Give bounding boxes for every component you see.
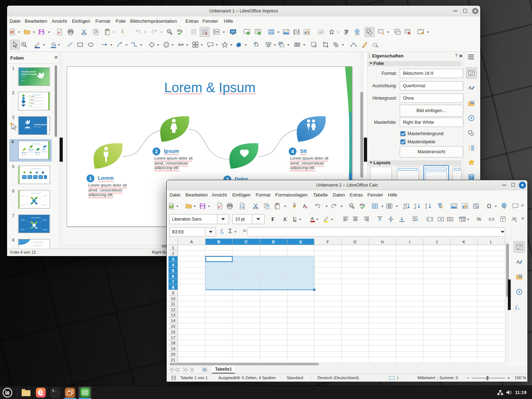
svg-text:6: 6 <box>172 274 174 278</box>
svg-text:3: 3 <box>172 257 174 261</box>
svg-text:f: f <box>515 304 517 310</box>
svg-text:D: D <box>272 240 275 244</box>
svg-text:14: 14 <box>171 318 176 323</box>
svg-text:18: 18 <box>171 341 176 345</box>
svg-text:L: L <box>490 240 493 244</box>
svg-text:Lorem & Ipsum: Lorem & Ipsum <box>33 241 43 243</box>
svg-text:4: 4 <box>172 263 174 267</box>
svg-text:Lorem & Ipsum: Lorem & Ipsum <box>31 143 41 145</box>
svg-text:Lorem & Ipsum: Lorem & Ipsum <box>31 168 41 170</box>
svg-text:Lorem & Ipsum: Lorem & Ipsum <box>31 192 41 194</box>
svg-text:Dolor sit amet: Dolor sit amet <box>34 126 41 128</box>
svg-text:Ipsum: Ipsum <box>31 149 34 150</box>
svg-text:Lorem: Lorem <box>24 152 27 153</box>
svg-text:Impress Template: Impress Template <box>21 73 37 75</box>
svg-text:Lorem: Lorem <box>31 96 34 97</box>
svg-text:I: I <box>409 240 410 244</box>
svg-text:H: H <box>381 240 384 244</box>
svg-text:10: 10 <box>171 297 176 301</box>
svg-text:11: 11 <box>171 302 175 306</box>
svg-text:21: 21 <box>171 358 176 362</box>
svg-text:13: 13 <box>171 313 176 317</box>
svg-text:A: A <box>469 85 472 90</box>
svg-text:7: 7 <box>172 279 174 284</box>
svg-text:5: 5 <box>172 268 174 273</box>
svg-text:K: K <box>462 240 465 244</box>
svg-text:19: 19 <box>171 347 176 351</box>
svg-text:x: x <box>517 306 520 310</box>
svg-text:15: 15 <box>171 324 176 328</box>
svg-text:Lorem Ipsum: Lorem Ipsum <box>34 123 46 126</box>
svg-text:A: A <box>190 240 193 244</box>
svg-text:16: 16 <box>171 330 176 334</box>
svg-text:9: 9 <box>172 291 174 295</box>
svg-text:12: 12 <box>171 307 176 312</box>
svg-text:Lorem & Ipsum: Lorem & Ipsum <box>31 217 41 218</box>
svg-text:Ipsum: Ipsum <box>31 99 34 100</box>
svg-text:J: J <box>436 240 438 244</box>
svg-text:B: B <box>217 240 220 244</box>
svg-text:G: G <box>354 240 357 244</box>
svg-text:A: A <box>516 259 520 265</box>
svg-text:1: 1 <box>172 246 174 250</box>
svg-text:4: 4 <box>291 149 294 154</box>
svg-text:Growing Liberty: Growing Liberty <box>21 71 35 73</box>
svg-text:1: 1 <box>89 176 92 181</box>
svg-text:E: E <box>299 240 302 244</box>
svg-text:8: 8 <box>172 285 174 289</box>
svg-text:C: C <box>245 240 248 244</box>
svg-text:Dolor: Dolor <box>31 102 34 104</box>
svg-text:2: 2 <box>172 251 174 256</box>
svg-text:2: 2 <box>155 149 158 154</box>
svg-text:Sit: Sit <box>31 105 32 107</box>
svg-text:20: 20 <box>171 352 176 356</box>
svg-text:Dolor: Dolor <box>38 152 41 153</box>
svg-text:F: F <box>326 240 329 244</box>
svg-text:17: 17 <box>171 336 176 340</box>
svg-text:Sit: Sit <box>44 149 46 150</box>
